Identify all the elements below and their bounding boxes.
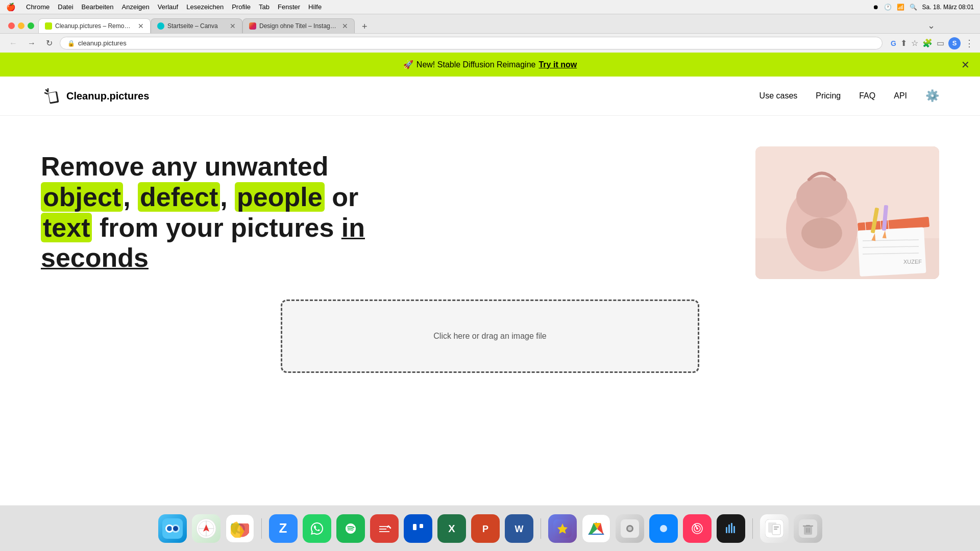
tab-favicon-canva <box>157 22 164 30</box>
dock-item-trello[interactable] <box>404 514 432 543</box>
share-icon[interactable]: ⬆ <box>900 38 907 48</box>
dock-item-radar[interactable] <box>683 514 712 543</box>
datetime: Sa. 18. März 08:01 <box>922 4 974 11</box>
hero-seconds: seconds <box>41 243 149 272</box>
svg-rect-43 <box>420 524 423 528</box>
menu-lesezeichen[interactable]: Lesezeichen <box>186 3 224 11</box>
dock-item-chrome[interactable] <box>226 514 254 543</box>
settings-icon[interactable]: ⚙️ <box>925 89 939 103</box>
menu-tab[interactable]: Tab <box>259 3 270 11</box>
site-logo-text: Cleanup.pictures <box>66 90 149 102</box>
banner-close-button[interactable]: ✕ <box>961 59 970 71</box>
svg-rect-38 <box>308 519 326 538</box>
hero-in: in <box>341 213 365 242</box>
nav-faq[interactable]: FAQ <box>859 91 875 101</box>
svg-text:XUZEF: XUZEF <box>903 259 922 265</box>
hero-line1: Remove any unwanted <box>41 152 328 181</box>
svg-rect-69 <box>731 523 732 533</box>
menu-profile[interactable]: Profile <box>232 3 251 11</box>
back-button[interactable]: ← <box>6 38 20 49</box>
dock-item-word[interactable]: W <box>505 514 533 543</box>
extension-icon[interactable]: 🧩 <box>922 38 933 48</box>
tab-close-canva[interactable]: ✕ <box>230 22 236 30</box>
minimize-window-button[interactable] <box>18 22 24 29</box>
svg-point-58 <box>628 527 632 531</box>
nav-use-cases[interactable]: Use cases <box>760 91 798 101</box>
dock-item-spotify[interactable] <box>336 514 365 543</box>
dock-item-finder[interactable] <box>158 514 187 543</box>
menu-bearbeiten[interactable]: Bearbeiten <box>82 3 114 11</box>
hero-heading: Remove any unwanted object, defect, peop… <box>41 152 398 273</box>
profile-button[interactable]: S <box>948 37 961 49</box>
menu-hilfe[interactable]: Hilfe <box>308 3 322 11</box>
svg-rect-41 <box>409 519 427 538</box>
dock-item-drive[interactable] <box>582 514 610 543</box>
banner-text: New! Stable Diffusion Reimagine <box>416 60 536 69</box>
menu-chrome[interactable]: Chrome <box>26 3 50 11</box>
svg-rect-68 <box>728 524 730 533</box>
dock-item-zoom[interactable]: Z <box>269 514 298 543</box>
nav-api[interactable]: API <box>894 91 907 101</box>
dock-item-whatsapp[interactable] <box>303 514 331 543</box>
tab-close-cleanup[interactable]: ✕ <box>138 22 144 30</box>
hero-image-svg: XUZEF <box>755 146 939 279</box>
upload-label: Click here or drag an image file <box>433 332 546 340</box>
dock-item-preview[interactable] <box>760 514 789 543</box>
banner-link[interactable]: Try it now <box>538 60 577 69</box>
dock-item-powerpoint[interactable]: P <box>471 514 500 543</box>
main-content: Remove any unwanted object, defect, peop… <box>0 116 980 299</box>
svg-rect-67 <box>726 527 727 533</box>
nav-pricing[interactable]: Pricing <box>816 91 841 101</box>
dock-item-todoist[interactable] <box>370 514 399 543</box>
tab-title-canva: Startseite – Canva <box>167 22 225 30</box>
dock-item-mercury[interactable] <box>649 514 678 543</box>
lock-icon: 🔒 <box>67 40 75 47</box>
tab-title-instagram: Design ohne Titel – Instagram... <box>259 22 337 30</box>
hero-image: XUZEF <box>755 146 939 279</box>
address-bar[interactable]: 🔒 cleanup.pictures <box>60 37 883 49</box>
new-tab-button[interactable]: + <box>359 20 371 33</box>
logo-area[interactable]: Cleanup.pictures <box>41 86 149 106</box>
dock-item-safari[interactable] <box>192 514 220 543</box>
svg-point-9 <box>796 177 847 218</box>
hero-word-text: text <box>41 213 92 242</box>
apple-menu[interactable]: 🍎 <box>6 3 16 12</box>
dock-separator-2 <box>541 518 541 539</box>
dock-separator-3 <box>752 518 753 539</box>
dock-item-sysprefs[interactable] <box>616 514 644 543</box>
menu-fenster[interactable]: Fenster <box>278 3 300 11</box>
svg-point-29 <box>173 526 178 531</box>
upload-dropzone[interactable]: Click here or drag an image file <box>281 299 699 373</box>
sidebar-icon[interactable]: ▭ <box>937 38 944 48</box>
close-window-button[interactable] <box>8 22 15 29</box>
tab-close-instagram[interactable]: ✕ <box>342 22 348 30</box>
menu-verlauf[interactable]: Verlauf <box>158 3 178 11</box>
address-text: cleanup.pictures <box>78 39 875 47</box>
announcement-banner: 🚀 New! Stable Diffusion Reimagine Try it… <box>0 53 980 77</box>
more-options-button[interactable]: ⋮ <box>965 38 974 49</box>
record-icon: ⏺ <box>873 4 879 11</box>
svg-rect-39 <box>341 519 360 538</box>
svg-text:P: P <box>482 524 488 534</box>
tab-instagram[interactable]: Design ohne Titel – Instagram... ✕ <box>242 18 355 33</box>
reload-button[interactable]: ↻ <box>43 37 56 49</box>
dock-item-excel[interactable]: X <box>437 514 466 543</box>
wifi-status: 📶 <box>897 4 904 11</box>
clock-icon: 🕐 <box>884 4 892 11</box>
menu-datei[interactable]: Datei <box>58 3 73 11</box>
dock-item-elpass[interactable] <box>548 514 577 543</box>
maximize-window-button[interactable] <box>28 22 34 29</box>
bookmark-icon[interactable]: ☆ <box>911 38 918 48</box>
svg-rect-42 <box>413 524 416 530</box>
svg-point-10 <box>801 218 842 248</box>
site-header: Cleanup.pictures Use cases Pricing FAQ A… <box>0 77 980 116</box>
tab-canva[interactable]: Startseite – Canva ✕ <box>151 18 242 33</box>
tab-cleanup[interactable]: Cleanup.pictures – Remove ob... ✕ <box>38 18 151 33</box>
menu-anzeigen[interactable]: Anzeigen <box>122 3 150 11</box>
search-icon[interactable]: 🔍 <box>910 4 917 11</box>
forward-button[interactable]: → <box>24 38 39 49</box>
dock-item-soundboard[interactable] <box>717 514 745 543</box>
tab-dropdown-button[interactable]: ⌄ <box>923 20 939 31</box>
site-nav: Use cases Pricing FAQ API ⚙️ <box>760 89 939 103</box>
dock-item-trash[interactable] <box>794 514 822 543</box>
